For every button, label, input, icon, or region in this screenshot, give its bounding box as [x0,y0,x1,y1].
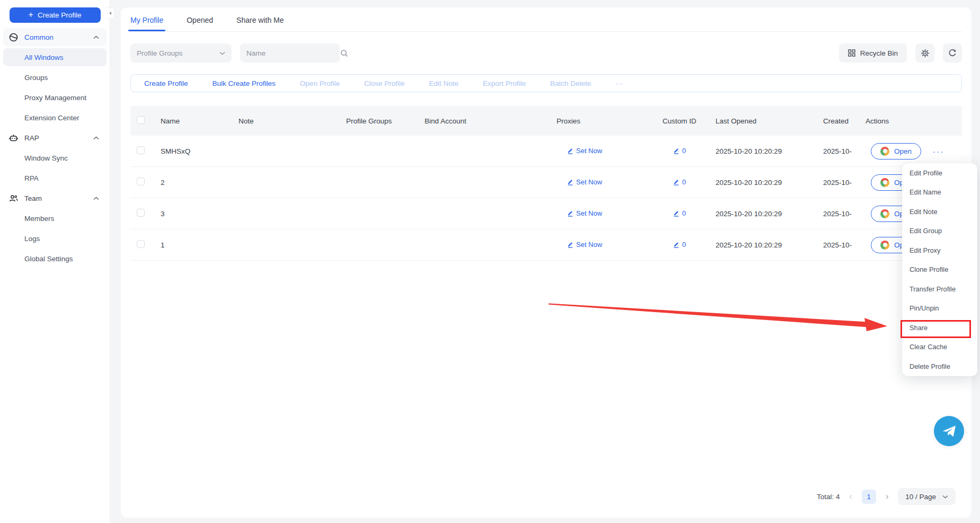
column-name: Name [154,117,232,125]
create-profile-label: Create Profile [38,11,82,19]
menu-item-edit-group[interactable]: Edit Group [902,221,977,241]
table-row: 2 Set Now 0 2025-10-20 10:20:29 2025-10-… [130,167,962,198]
chevron-down-icon [942,495,948,499]
sidebar-section-rap[interactable]: RAP [3,129,107,147]
toolbar-export-profile[interactable]: Export Profile [471,79,538,87]
open-profile-button[interactable]: Open [871,143,921,159]
set-proxy-link[interactable]: Set Now [567,241,602,249]
menu-item-edit-note[interactable]: Edit Note [902,202,977,221]
row-checkbox[interactable] [137,240,145,248]
column-actions: Actions [859,117,962,125]
sidebar: + Create Profile Common All Windows Grou… [0,0,110,523]
sidebar-item-proxy-management[interactable]: Proxy Management [3,88,107,107]
custom-id-link[interactable]: 0 [673,178,686,186]
create-profile-button[interactable]: + Create Profile [10,7,101,23]
sidebar-section-team[interactable]: Team [3,189,107,207]
cell-created: 2025-10- [817,210,859,218]
toolbar-batch-delete[interactable]: Batch Delete [538,79,603,87]
menu-item-clone-profile[interactable]: Clone Profile [902,260,977,280]
sidebar-item-global-settings[interactable]: Global Settings [3,250,107,268]
pencil-icon [673,147,679,154]
pagination-next-button[interactable]: › [886,492,888,501]
toolbar-bulk-create-profiles[interactable]: Bulk Create Profiles [200,79,288,87]
sidebar-item-groups[interactable]: Groups [3,68,107,86]
name-search [240,43,340,63]
sidebar-section-common[interactable]: Common [3,28,107,46]
column-profile-groups: Profile Groups [340,117,418,125]
refresh-button[interactable] [943,43,962,63]
sidebar-item-rpa[interactable]: RPA [3,169,107,187]
sidebar-collapse-handle[interactable] [107,7,114,19]
pencil-icon [673,210,679,217]
sidebar-item-all-windows[interactable]: All Windows [3,48,107,66]
custom-id-link[interactable]: 0 [673,147,686,155]
profile-groups-select-placeholder: Profile Groups [137,49,219,57]
menu-item-edit-name[interactable]: Edit Name [902,183,977,202]
set-proxy-link[interactable]: Set Now [567,209,602,217]
column-proxies: Proxies [550,117,656,125]
team-icon [8,194,18,203]
cell-last-opened: 2025-10-20 10:20:29 [709,210,817,218]
profile-groups-select[interactable]: Profile Groups [130,43,232,63]
pagination-page-1[interactable]: 1 [862,490,876,504]
table-row: 3 Set Now 0 2025-10-20 10:20:29 2025-10-… [130,198,962,229]
sidebar-section-label: Team [24,194,93,202]
bulk-action-toolbar: Create Profile Bulk Create Profiles Open… [130,74,962,92]
tab-bar: My Profile Opened Share with Me [130,7,962,32]
filter-right-actions: Recycle Bin [839,43,962,63]
menu-item-edit-proxy[interactable]: Edit Proxy [902,241,977,260]
sidebar-item-window-sync[interactable]: Window Sync [3,149,107,167]
cell-created: 2025-10- [817,241,859,249]
pagination: Total: 4 ‹ 1 › 10 / Page [817,488,956,505]
pencil-icon [567,241,573,248]
pencil-icon [567,179,573,185]
custom-id-link[interactable]: 0 [673,241,686,249]
sidebar-section-label: Common [24,33,93,41]
toolbar-create-profile[interactable]: Create Profile [132,79,200,87]
pagination-prev-button[interactable]: ‹ [850,492,852,501]
toolbar-close-profile[interactable]: Close Profile [352,79,417,87]
sidebar-item-members[interactable]: Members [3,209,107,227]
cell-last-opened: 2025-10-20 10:20:29 [709,179,817,187]
chevron-up-icon [93,197,99,200]
sidebar-item-logs[interactable]: Logs [3,229,107,247]
menu-item-clear-cache[interactable]: Clear Cache [902,338,977,357]
tab-opened[interactable]: Opened [187,16,213,31]
cell-created: 2025-10- [817,179,859,187]
recycle-bin-button[interactable]: Recycle Bin [839,43,907,63]
set-proxy-link[interactable]: Set Now [567,178,602,186]
cell-name: 2 [154,179,232,187]
menu-item-edit-profile[interactable]: Edit Profile [902,163,977,183]
settings-button[interactable] [915,43,934,63]
toolbar-edit-note[interactable]: Edit Note [417,79,471,87]
menu-item-transfer-profile[interactable]: Transfer Profile [902,279,977,299]
custom-id-link[interactable]: 0 [673,209,686,217]
cell-name: 1 [154,241,232,249]
set-proxy-link[interactable]: Set Now [567,147,602,155]
column-note: Note [232,117,340,125]
menu-item-delete-profile[interactable]: Delete Profile [902,357,977,376]
row-checkbox[interactable] [137,209,145,217]
search-icon[interactable] [340,49,348,57]
tab-my-profile[interactable]: My Profile [130,16,163,31]
page-size-select[interactable]: 10 / Page [898,488,956,505]
menu-item-share[interactable]: Share [902,318,977,338]
row-checkbox[interactable] [137,146,145,154]
telegram-button[interactable] [934,416,964,446]
name-search-input[interactable] [246,49,340,57]
robot-icon [8,134,18,143]
tab-share-with-me[interactable]: Share with Me [236,16,284,31]
chrome-icon [880,209,889,218]
toolbar-open-profile[interactable]: Open Profile [288,79,352,87]
chevron-up-icon [93,36,99,39]
select-all-checkbox[interactable] [137,116,145,124]
pencil-icon [567,210,573,217]
row-more-button[interactable]: ··· [933,147,944,156]
gear-icon [921,49,930,58]
table-row: 1 Set Now 0 2025-10-20 10:20:29 2025-10-… [130,229,962,261]
telegram-icon [942,424,957,438]
toolbar-more[interactable]: ··· [603,79,635,87]
row-checkbox[interactable] [137,178,145,185]
menu-item-pin-unpin[interactable]: Pin/Unpin [902,299,977,318]
sidebar-item-extension-center[interactable]: Extension Center [3,109,107,127]
